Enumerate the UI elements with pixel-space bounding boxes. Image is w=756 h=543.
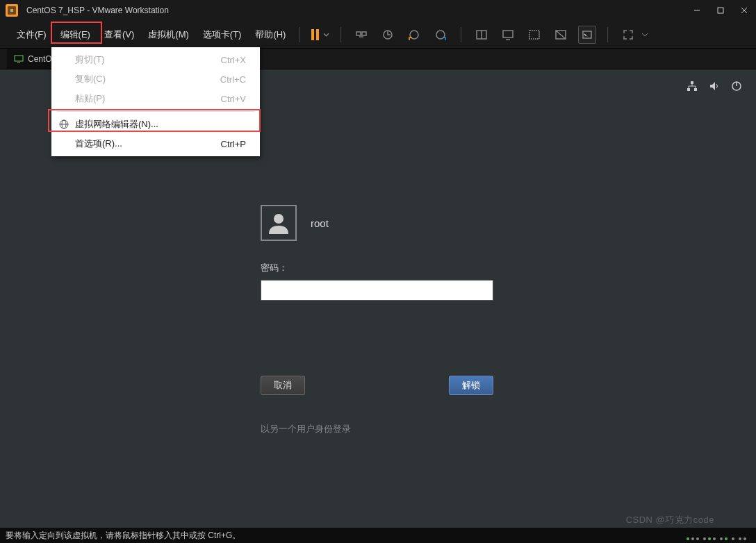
unlock-button[interactable]: 解锁 (449, 376, 493, 395)
fullscreen-enter-icon[interactable] (619, 26, 637, 44)
menu-item-label: 剪切(T) (75, 53, 105, 66)
view-unity-icon[interactable] (525, 26, 543, 44)
send-cad-icon[interactable] (352, 26, 370, 44)
svg-rect-16 (529, 31, 539, 39)
svg-rect-1 (10, 8, 14, 12)
toolbar-separator (299, 27, 300, 42)
status-bar: 要将输入定向到该虚拟机，请将鼠标指针移入其中或按 Ctrl+G。 (0, 528, 756, 543)
svg-rect-26 (687, 88, 690, 91)
username-label: root (311, 217, 329, 229)
device-indicator[interactable] (720, 537, 728, 540)
svg-rect-6 (356, 32, 361, 35)
toolbar-separator (461, 27, 461, 42)
snapshot-manager-icon[interactable] (432, 26, 450, 44)
menu-item-label: 虚拟网络编辑器(N)... (75, 118, 158, 131)
cancel-button[interactable]: 取消 (261, 376, 305, 395)
avatar (261, 205, 297, 241)
edit-dropdown: 剪切(T) Ctrl+X 复制(C) Ctrl+C 粘贴(P) Ctrl+V 虚… (51, 47, 260, 156)
menu-item-vnet-editor[interactable]: 虚拟网络编辑器(N)... (51, 115, 260, 134)
button-row: 取消 解锁 (261, 376, 493, 395)
device-indicator[interactable] (732, 537, 734, 540)
power-icon[interactable] (731, 81, 742, 94)
menu-item-cut: 剪切(T) Ctrl+X (51, 50, 260, 69)
view-fullscreen-icon[interactable] (578, 26, 596, 44)
menu-item-shortcut: Ctrl+C (220, 74, 246, 85)
network-wired-icon[interactable] (687, 81, 698, 94)
menu-bar: 文件(F) 编辑(E) 查看(V) 虚拟机(M) 选项卡(T) 帮助(H) (0, 21, 756, 49)
view-single-icon[interactable] (472, 26, 491, 44)
svg-point-30 (274, 214, 284, 224)
menu-separator (57, 111, 254, 112)
password-input[interactable] (261, 280, 493, 301)
device-indicator[interactable] (739, 537, 746, 540)
status-text: 要将输入定向到该虚拟机，请将鼠标指针移入其中或按 Ctrl+G。 (6, 530, 240, 542)
svg-rect-7 (362, 32, 366, 35)
svg-rect-19 (583, 31, 591, 38)
guest-system-tray (687, 81, 742, 94)
volume-icon[interactable] (709, 81, 720, 94)
menu-item-paste: 粘贴(P) Ctrl+V (51, 89, 260, 108)
menu-tabs[interactable]: 选项卡(T) (196, 24, 249, 45)
menu-item-label: 粘贴(P) (75, 92, 105, 105)
menu-item-shortcut: Ctrl+X (221, 55, 246, 65)
snapshot-revert-icon[interactable] (405, 26, 423, 44)
globe-icon (58, 119, 69, 130)
close-button[interactable] (732, 0, 756, 21)
svg-rect-23 (15, 56, 23, 61)
toolbar-separator (607, 27, 608, 42)
monitor-icon (14, 54, 24, 64)
menu-item-label: 复制(C) (75, 73, 106, 85)
pause-button[interactable] (311, 26, 329, 44)
menu-item-label: 首选项(R)... (75, 137, 122, 150)
menu-item-preferences[interactable]: 首选项(R)... Ctrl+P (51, 134, 260, 153)
svg-rect-3 (718, 8, 723, 13)
other-user-link[interactable]: 以另一个用户身份登录 (261, 423, 504, 435)
window-controls (685, 0, 756, 21)
view-console-icon[interactable] (499, 26, 517, 44)
title-bar: CentOS 7_HSP - VMware Workstation (0, 0, 756, 21)
view-stretch-icon[interactable] (552, 26, 570, 44)
watermark-text: CSDN @巧克力code (626, 514, 714, 526)
snapshot-icon[interactable] (379, 26, 397, 44)
vmware-app-icon (6, 4, 18, 17)
toolbar-separator (340, 27, 341, 42)
svg-line-18 (556, 31, 566, 39)
menu-file[interactable]: 文件(F) (10, 24, 54, 45)
window-title: CentOS 7_HSP - VMware Workstation (26, 6, 169, 15)
svg-rect-25 (691, 81, 693, 84)
menu-edit[interactable]: 编辑(E) (54, 24, 97, 45)
menu-item-shortcut: Ctrl+V (221, 94, 246, 104)
svg-rect-27 (694, 88, 697, 91)
password-label: 密码： (261, 262, 504, 274)
user-row: root (261, 205, 504, 241)
status-device-icons (687, 537, 746, 540)
menu-item-shortcut: Ctrl+P (221, 139, 246, 149)
minimize-button[interactable] (685, 0, 709, 21)
device-indicator[interactable] (703, 537, 716, 540)
maximize-button[interactable] (709, 0, 732, 21)
chevron-down-icon[interactable] (641, 31, 648, 38)
menu-help[interactable]: 帮助(H) (248, 24, 293, 45)
menu-view[interactable]: 查看(V) (97, 24, 141, 45)
device-indicator[interactable] (687, 537, 699, 540)
svg-rect-14 (503, 31, 513, 37)
menu-vm[interactable]: 虚拟机(M) (141, 24, 196, 45)
menu-item-copy: 复制(C) Ctrl+C (51, 69, 260, 89)
login-panel: root 密码： 取消 解锁 以另一个用户身份登录 (261, 205, 504, 435)
